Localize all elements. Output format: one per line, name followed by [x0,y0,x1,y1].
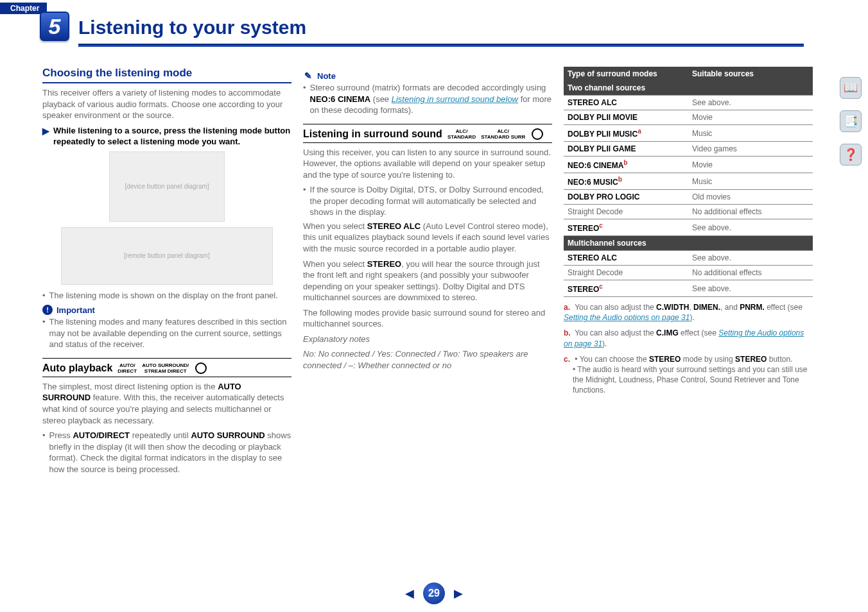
text: , and [720,303,740,312]
bullet-auto-direct: • Press AUTO/DIRECT repeatedly until AUT… [42,430,291,475]
mode-cell: STEREOc [564,219,688,236]
auto-playback-heading: Auto playback AUTO/ DIRECT AUTO SURROUND… [42,362,291,374]
column-3: Type of surround modes Suitable sources … [564,67,813,477]
footnote-c: c. • You can choose the STEREO mode by u… [564,354,813,396]
button-label-auto-direct: AUTO/ DIRECT [117,362,137,374]
table-row: STEREOcSee above. [564,219,813,236]
btn-label: AUTO/ DIRECT [117,362,137,374]
text: • The audio is heard with your surround … [573,364,813,396]
source-cell: Music [688,125,813,142]
link-text: Setting the Audio options [718,328,804,337]
step-text: While listening to a source, press the l… [53,125,291,148]
text: Press [49,430,73,440]
intro-paragraph: This receiver offers a variety of listen… [42,87,291,121]
mode-cell: DOLBY PLII GAME [564,142,688,157]
source-cell: See above. [688,280,813,297]
source-cell: See above. [688,219,813,236]
mode-cell: NEO:6 MUSICb [564,173,688,190]
prev-page-icon[interactable]: ◀ [405,586,414,600]
pnrm-strong: PNRM. [740,303,765,312]
table-section: Two channel sources [564,81,813,96]
table-row: Straight DecodeNo additional effects [564,266,813,280]
stereo-strong: STEREO [649,355,681,364]
text: ). [602,339,607,348]
source-cell: See above. [688,251,813,266]
important-icon: ! [42,305,53,315]
button-label-alc-standard-surr: ALC/ STANDARD SURR [481,128,543,140]
link-pg: on page 31 [564,339,602,348]
cimg-strong: C.IMG [656,328,679,337]
mode-cell: NEO:6 CINEMAb [564,157,688,173]
text: effect (see [679,328,718,337]
source-cell: No additional effects [688,266,813,280]
text: When you select [303,221,367,231]
auto-playback-title: Auto playback [42,362,112,374]
text: You can also adjust the [575,303,656,312]
remote-panel-image: [remote button panel diagram] [61,227,273,285]
bullet-dot-icon: • [42,430,46,475]
note-row: ✎ Note [303,71,552,81]
bullet-text: Stereo surround (matrix) formats are dec… [310,82,552,116]
play-arrow-icon: ▶ [42,125,49,148]
btn-label: ALC/ STANDARD [447,128,476,140]
surround-paragraph: Using this receiver, you can listen to a… [303,147,552,181]
thin-divider [303,142,552,143]
table-header-modes: Type of surround modes [564,67,688,81]
column-1: Choosing the listening mode This receive… [42,67,291,477]
bullet-display: • The listening mode is shown on the dis… [42,290,291,302]
dimen-strong: DIMEN. [693,303,720,312]
explanatory-label: Explanatory notes [303,334,552,345]
button-circle-icon [532,128,543,140]
source-cell: See above. [688,96,813,110]
footnote-a: a. You can also adjust the C.WIDTH, DIME… [564,302,813,323]
text: button. [767,355,792,364]
mode-cell: DOLBY PLII MUSICa [564,125,688,142]
book-icon[interactable]: 📖 [840,77,862,99]
stereo-alc-strong: STEREO ALC [367,221,421,231]
mode-cell: STEREO ALC [564,96,688,110]
table-row: DOLBY PLII MOVIEMovie [564,110,813,125]
auto-playback-paragraph: The simplest, most direct listening opti… [42,381,291,426]
bullet-dot-icon: • [42,290,46,302]
table-row: STEREO ALCSee above. [564,96,813,110]
mode-cell: Straight Decode [564,266,688,280]
column-2: ✎ Note • Stereo surround (matrix) format… [303,67,552,477]
link-audio-options-a[interactable]: Setting the Audio options on page 31 [564,313,690,322]
table-row: Straight DecodeNo additional effects [564,205,813,219]
pager: ◀ 29 ▶ [405,582,463,604]
important-label: Important [56,305,95,315]
source-cell: Music [688,173,813,190]
source-cell: Video games [688,142,813,157]
text: You can also adjust the [575,328,656,337]
mode-cell: Straight Decode [564,205,688,219]
bullet-text: The listening mode is shown on the displ… [49,290,278,302]
divider [42,82,291,83]
pages-icon[interactable]: 📑 [840,110,862,132]
device-panel-image: [device button panel diagram] [109,151,225,222]
text: Stereo surround (matrix) formats are dec… [310,83,546,92]
table-row: NEO:6 MUSICbMusic [564,173,813,190]
auto-surround-strong: AUTO SURROUND [191,430,265,440]
bullet-dot-icon: • [303,184,306,218]
table-row: NEO:6 CINEMAbMovie [564,157,813,173]
surround-modes-table: Type of surround modes Suitable sources … [564,67,813,297]
source-cell: Movie [688,110,813,125]
link-surround-sound[interactable]: Listening in surround sound below [392,94,518,104]
footnote-label-c: c. [564,354,573,364]
table-row: STEREO ALCSee above. [564,251,813,266]
stereo-alc-paragraph: When you select STEREO ALC (Auto Level C… [303,221,552,255]
table-section: Multichannel sources [564,236,813,251]
mode-cell: DOLBY PRO LOGIC [564,190,688,205]
next-page-icon[interactable]: ▶ [454,586,463,600]
help-icon[interactable]: ❓ [840,144,862,166]
footnote-b: b. You can also adjust the C.IMG effect … [564,328,813,348]
section-label: Two channel sources [564,81,813,96]
bullet-dot-icon: • [42,316,46,350]
text: When you select [303,259,367,269]
footnote-label-a: a. [564,302,573,312]
footnote-label-b: b. [564,328,573,338]
text: mode by using [681,355,735,364]
choosing-mode-heading: Choosing the listening mode [42,67,291,80]
text: ). [690,313,694,322]
text: (see [370,94,392,104]
